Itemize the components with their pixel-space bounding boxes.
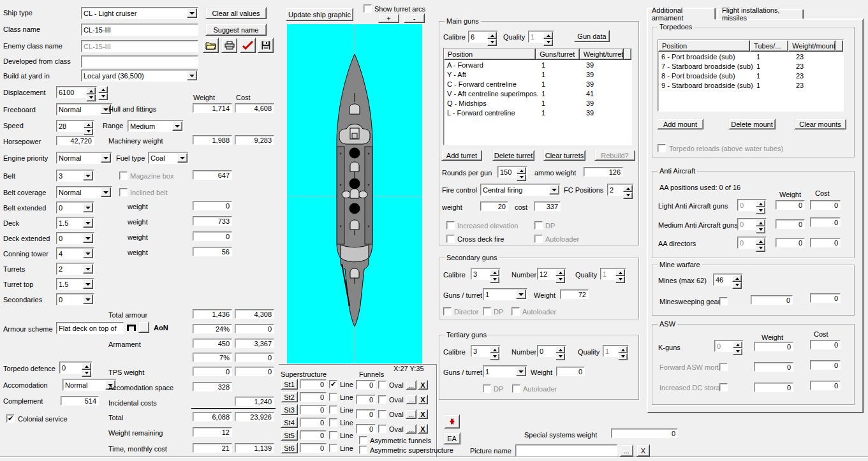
st2-button[interactable]: St2 [281,391,298,402]
table-row[interactable]: 9 - Starboard broadside (sub)123 [658,80,843,90]
fc-positions-stepper[interactable]: 2 [607,184,634,196]
table-row[interactable]: A - Forward139 [444,60,631,70]
st4-button[interactable]: St4 [281,417,298,428]
chevron-down-icon[interactable] [83,279,93,289]
range-select[interactable]: Medium [128,120,184,132]
rounds-per-gun-stepper[interactable]: 150 [497,166,527,178]
column-header[interactable]: Weight/turret [580,48,624,60]
table-row[interactable]: 6 - Port broadside (sub)123 [658,52,843,61]
fuel-type-select[interactable]: Coal [148,152,189,164]
st5-button[interactable]: St5 [281,430,298,441]
ea-button[interactable]: EA [443,432,460,444]
build-yard-select[interactable]: Local yard (36,500) [81,70,198,82]
st6-value[interactable]: 0 [300,443,327,453]
st2-line-checkbox[interactable] [329,393,337,401]
armour-scheme-input[interactable] [56,322,124,334]
validate-button[interactable] [240,38,256,53]
st1-button[interactable]: St1 [281,379,298,390]
table-row[interactable]: L - Forward centreline139 [444,108,631,117]
conning-tower-select[interactable]: 4 [56,247,94,260]
table-row[interactable]: 7 - Starboard broadside (sub)123 [658,61,843,71]
tertiary-calibre-stepper[interactable]: 3 [471,345,501,357]
chevron-down-icon[interactable] [101,187,111,197]
suggest-name-button[interactable]: Suggest name [205,24,267,36]
cycle-picture-button[interactable] [444,414,460,428]
secondary-calibre-stepper[interactable]: 3 [471,268,501,280]
funnel3-oval-checkbox[interactable] [378,410,386,418]
st1-value[interactable]: 0 [300,379,327,389]
chevron-down-icon[interactable] [549,185,559,194]
turret-top-select[interactable]: 1.5 [56,278,94,290]
funnel3-delete-button[interactable]: X [418,409,428,419]
chevron-down-icon[interactable] [83,264,93,274]
st4-line-checkbox[interactable] [329,418,337,427]
st6-button[interactable]: St6 [281,443,298,453]
add-turret-button[interactable]: Add turret [441,150,482,161]
funnel3-browse-button[interactable]: ... [406,409,416,419]
chevron-down-icon[interactable] [83,249,93,258]
st1-line-checkbox[interactable] [329,380,337,388]
tab-flight-installations[interactable]: Flight installations, missiles [717,9,804,19]
table-row[interactable]: V - Aft centreline superimpos...141 [444,89,631,98]
funnel4-value[interactable]: 0 [356,424,376,434]
clear-all-values-button[interactable]: Clear all values [205,7,267,19]
st3-button[interactable]: St3 [281,404,298,415]
clear-turrets-button[interactable]: Clear turrets [543,150,585,161]
chevron-down-icon[interactable] [83,218,93,228]
st5-value[interactable]: 0 [300,430,327,440]
funnel2-value[interactable]: 0 [356,395,376,404]
zoom-in-button[interactable]: + [378,13,399,23]
column-header[interactable]: Guns/turret [536,48,579,60]
st5-line-checkbox[interactable] [329,431,337,439]
funnel1-value[interactable]: 0 [356,380,376,390]
belt-select[interactable]: 3 [56,170,94,182]
asymmetric-funnels-checkbox[interactable] [359,436,367,444]
table-row[interactable]: C - Forward centreline139 [444,79,631,89]
funnel2-oval-checkbox[interactable] [378,395,386,404]
picture-name-input[interactable] [515,444,617,457]
tertiary-number-stepper[interactable]: 0 [537,345,566,357]
class-name-input[interactable] [81,24,198,36]
chevron-down-icon[interactable] [516,289,526,299]
funnel4-browse-button[interactable]: ... [406,424,416,434]
chevron-down-icon[interactable] [101,153,111,163]
chevron-down-icon[interactable] [83,203,93,212]
update-ship-graphic-button[interactable]: Update ship graphic [286,8,353,21]
funnel4-delete-button[interactable]: X [418,424,428,434]
chevron-down-icon[interactable] [177,153,188,163]
chevron-down-icon[interactable] [83,171,93,180]
developed-from-input[interactable] [81,55,198,68]
mines-stepper[interactable]: 46 [713,274,743,286]
fire-control-select[interactable]: Central firing [480,184,561,196]
table-row[interactable]: 8 - Port broadside (sub)123 [658,71,843,80]
column-header[interactable]: Tubes/... [750,40,788,52]
engine-priority-select[interactable]: Normal [56,152,112,164]
column-header[interactable]: Position [444,48,536,60]
funnel1-oval-checkbox[interactable] [378,381,386,389]
clear-mounts-button[interactable]: Clear mounts [794,119,846,129]
funnel1-browse-button[interactable]: ... [406,380,416,390]
funnel1-delete-button[interactable]: X [418,380,428,390]
freeboard-select[interactable]: Normal [56,103,112,115]
tab-additional-armament[interactable]: Additional armament [647,8,716,20]
picture-browse-button[interactable]: ... [620,444,633,457]
chevron-down-icon[interactable] [516,367,526,376]
table-row[interactable]: Q - Midships139 [444,98,631,108]
tertiary-guns-turret-select[interactable]: 1 [483,365,527,377]
cross-deck-fire-checkbox[interactable] [446,235,455,243]
open-file-button[interactable] [203,38,219,53]
secondaries-select[interactable]: 0 [56,293,94,305]
colonial-service-checkbox[interactable] [6,414,15,423]
turrets-select[interactable]: 2 [56,263,94,275]
funnel2-browse-button[interactable]: ... [406,395,416,404]
torpedo-defence-stepper[interactable]: 0 [59,362,92,374]
st3-line-checkbox[interactable] [329,406,337,414]
secondary-number-stepper[interactable]: 12 [537,268,566,280]
column-header[interactable]: Weight/mount [788,40,835,52]
chevron-down-icon[interactable] [172,121,182,131]
chevron-down-icon[interactable] [187,71,197,80]
chevron-down-icon[interactable] [187,8,197,18]
column-header[interactable]: Position [658,40,750,52]
chevron-down-icon[interactable] [83,295,93,304]
main-guns-table[interactable]: Position Guns/turret Weight/turret A - F… [443,48,632,145]
